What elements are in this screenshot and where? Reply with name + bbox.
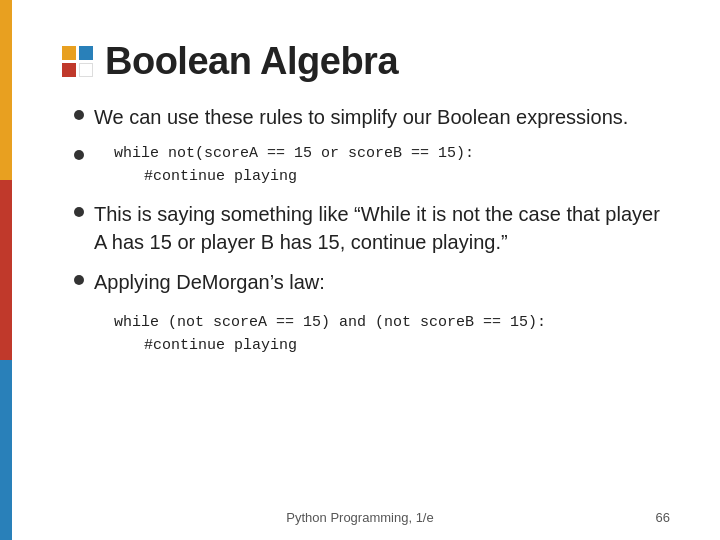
footer-page-number: 66 <box>656 510 670 525</box>
code-block-2: while (not scoreA == 15) and (not scoreB… <box>114 312 670 357</box>
bottom-code-line-1: while (not scoreA == 15) and (not scoreB… <box>114 312 670 335</box>
bullet-dot-1 <box>74 110 84 120</box>
bullet-item-1: We can use these rules to simplify our B… <box>74 103 670 131</box>
square-blue-top <box>79 46 93 60</box>
bullet-item-4: Applying De​Morgan’s law: <box>74 268 670 296</box>
square-red-bottom <box>62 63 76 77</box>
bottom-code-line-2: #continue playing <box>144 335 670 358</box>
accent-red <box>0 180 12 360</box>
footer-center-text: Python Programming, 1/e <box>286 510 433 525</box>
bullet-text-1: We can use these rules to simplify our B… <box>94 106 628 128</box>
slide: Boolean Algebra We can use these rules t… <box>0 0 720 540</box>
bullet-dot-2 <box>74 150 84 160</box>
square-white-bottom <box>79 63 93 77</box>
bullet-content-3: This is saying something like “While it … <box>94 200 670 256</box>
bullet-content-4: Applying De​Morgan’s law: <box>94 268 670 296</box>
bullet-content-1: We can use these rules to simplify our B… <box>94 103 670 131</box>
bullet-text-3: This is saying something like “While it … <box>94 203 660 253</box>
bullet-item-3: This is saying something like “While it … <box>74 200 670 256</box>
accent-bar <box>0 0 12 540</box>
bullet-dot-4 <box>74 275 84 285</box>
bullet-item-2: while not(scoreA == 15 or scoreB == 15):… <box>74 143 670 188</box>
square-orange-top <box>62 46 76 60</box>
footer: Python Programming, 1/e <box>0 510 720 525</box>
bullet-text-4: Applying De​Morgan’s law: <box>94 271 325 293</box>
accent-orange <box>0 0 12 180</box>
title-area: Boolean Algebra <box>62 40 670 83</box>
code-line-2: #continue playing <box>144 166 670 189</box>
content-area: We can use these rules to simplify our B… <box>74 103 670 357</box>
title-squares <box>62 46 93 77</box>
bullet-dot-3 <box>74 207 84 217</box>
code-line-1: while not(scoreA == 15 or scoreB == 15): <box>114 143 670 166</box>
slide-title: Boolean Algebra <box>105 40 398 83</box>
bullet-content-2: while not(scoreA == 15 or scoreB == 15):… <box>94 143 670 188</box>
code-block-1: while not(scoreA == 15 or scoreB == 15):… <box>114 143 670 188</box>
